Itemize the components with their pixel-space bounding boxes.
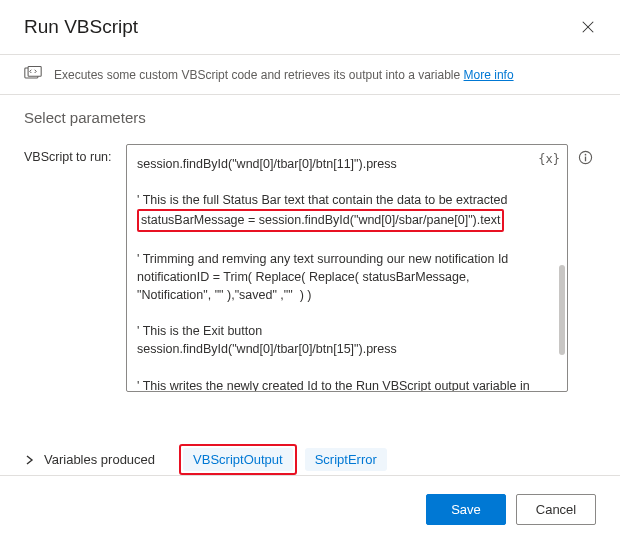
run-vbscript-dialog: Run VBScript Executes some custom VBScri…	[0, 0, 620, 543]
variables-row: Variables produced VBScriptOutput Script…	[0, 426, 620, 475]
save-button[interactable]: Save	[426, 494, 506, 525]
chip-scripterror[interactable]: ScriptError	[305, 448, 387, 471]
section-title: Select parameters	[24, 109, 596, 126]
svg-point-5	[585, 154, 587, 156]
vbscript-input[interactable]: session.findById("wnd[0]/tbar[0]/btn[11]…	[126, 144, 568, 392]
more-info-link[interactable]: More info	[464, 68, 514, 82]
chevron-right-icon[interactable]	[24, 454, 36, 466]
variables-label: Variables produced	[44, 452, 155, 467]
fx-icon[interactable]: {x}	[538, 152, 560, 166]
highlight-output-chip: VBScriptOutput	[179, 444, 297, 475]
vbscript-label: VBScript to run:	[24, 144, 116, 164]
scrollbar[interactable]	[559, 265, 565, 355]
highlight-statusbar-line: statusBarMessage = session.findById("wnd…	[137, 209, 504, 231]
script-icon	[24, 65, 42, 84]
cancel-button[interactable]: Cancel	[516, 494, 596, 525]
dialog-content: Select parameters VBScript to run: sessi…	[0, 95, 620, 426]
dialog-header: Run VBScript	[0, 0, 620, 54]
info-bar: Executes some custom VBScript code and r…	[0, 55, 620, 95]
vbscript-field-row: VBScript to run: session.findById("wnd[0…	[24, 144, 596, 392]
info-icon[interactable]	[578, 144, 596, 165]
close-icon[interactable]	[580, 19, 596, 35]
svg-rect-6	[585, 157, 586, 162]
dialog-footer: Save Cancel	[0, 475, 620, 543]
dialog-title: Run VBScript	[24, 16, 138, 38]
info-text: Executes some custom VBScript code and r…	[54, 68, 514, 82]
chip-vbscriptoutput[interactable]: VBScriptOutput	[183, 448, 293, 471]
